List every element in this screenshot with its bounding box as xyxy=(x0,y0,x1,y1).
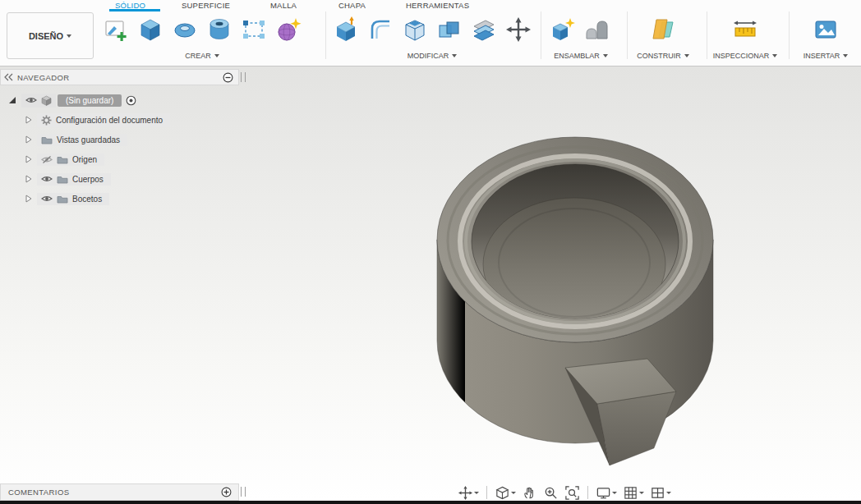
ribbon-toolbar: SÓLIDO SUPERFICIE MALLA CHAPA HERRAMIENT… xyxy=(0,0,861,66)
offset-face-icon[interactable] xyxy=(470,15,498,44)
expander-icon[interactable] xyxy=(25,116,32,124)
expanded-arrow-icon[interactable] xyxy=(8,96,16,104)
fillet-icon[interactable] xyxy=(366,15,394,44)
tree-row-root[interactable]: (Sin guardar) xyxy=(0,90,246,110)
fusion-window: SÓLIDO SUPERFICIE MALLA CHAPA HERRAMIENT… xyxy=(0,0,861,504)
tab-herramientas[interactable]: HERRAMIENTAS xyxy=(406,1,469,10)
group-ensamblar-icons xyxy=(549,15,611,44)
chevron-down-icon xyxy=(666,492,671,494)
chevron-down-icon xyxy=(452,54,457,57)
expander-icon[interactable] xyxy=(25,135,32,144)
navigator-header[interactable]: NAVEGADOR xyxy=(0,69,239,85)
group-modificar[interactable]: MODIFICAR xyxy=(332,52,532,60)
chevron-down-icon xyxy=(772,54,777,57)
move-copy-icon[interactable] xyxy=(504,15,532,44)
expander-icon[interactable] xyxy=(25,175,32,183)
group-insertar[interactable]: INSERTAR xyxy=(780,52,861,60)
fit-icon[interactable] xyxy=(564,483,581,502)
eye-icon[interactable] xyxy=(41,175,53,183)
comments-title: COMENTARIOS xyxy=(1,488,221,497)
group-construir-icons xyxy=(649,15,677,44)
gear-icon xyxy=(41,115,52,126)
comments-scrollbar[interactable] xyxy=(241,487,246,497)
group-inspeccionar-icons xyxy=(731,15,759,44)
tree-item-label: Configuración del documento xyxy=(56,116,163,125)
tab-malla[interactable]: MALLA xyxy=(270,1,297,10)
group-inspeccionar[interactable]: INSPECCIONAR xyxy=(696,52,794,60)
group-construir[interactable]: CONSTRUIR xyxy=(618,52,708,60)
folder-icon xyxy=(41,135,53,144)
orbit-icon[interactable] xyxy=(457,483,480,502)
group-insertar-icons xyxy=(812,15,840,44)
combine-icon[interactable] xyxy=(435,15,463,44)
viewports-icon[interactable] xyxy=(649,483,672,502)
zoom-icon[interactable] xyxy=(542,483,559,502)
chevron-down-icon xyxy=(603,54,608,57)
expander-icon[interactable] xyxy=(25,155,32,163)
chevron-down-icon xyxy=(639,492,644,494)
measure-icon[interactable] xyxy=(731,15,759,44)
tree-item-label: Bocetos xyxy=(72,195,102,204)
toolbar-separator xyxy=(587,486,588,499)
shell-icon[interactable] xyxy=(401,15,429,44)
revolve-icon[interactable] xyxy=(171,15,199,44)
folder-icon xyxy=(57,175,68,184)
collapse-circle-icon[interactable] xyxy=(223,72,233,83)
design-menu-label: DISEÑO xyxy=(29,31,63,41)
insert-image-icon[interactable] xyxy=(812,15,840,44)
chevron-down-icon xyxy=(612,492,617,494)
press-pull-icon[interactable] xyxy=(332,15,360,44)
collapse-panel-icon[interactable] xyxy=(4,73,13,81)
tree-row-origin[interactable]: Origen xyxy=(0,149,246,169)
tree-item-label: Cuerpos xyxy=(72,175,104,184)
tree-row-bodies[interactable]: Cuerpos xyxy=(0,169,246,189)
group-crear[interactable]: CREAR xyxy=(102,52,302,60)
tree-row-sketches[interactable]: Bocetos xyxy=(0,189,246,208)
look-at-icon[interactable] xyxy=(494,483,517,502)
taskbar-edge xyxy=(0,501,861,504)
navigation-bar xyxy=(457,483,672,502)
folder-icon xyxy=(57,195,68,204)
create-sketch-icon[interactable] xyxy=(102,15,130,44)
tab-superficie[interactable]: SUPERFICIE xyxy=(182,1,230,10)
chevron-down-icon xyxy=(843,54,848,57)
chevron-down-icon xyxy=(684,54,689,57)
toolbar-separator xyxy=(486,486,487,499)
eye-icon[interactable] xyxy=(41,195,53,203)
folder-icon xyxy=(57,155,68,164)
rectangular-pattern-icon[interactable] xyxy=(240,15,268,44)
expander-icon[interactable] xyxy=(25,195,32,203)
hole-icon[interactable] xyxy=(205,15,233,44)
tree-row-saved-views[interactable]: Vistas guardadas xyxy=(0,130,246,149)
chevron-down-icon xyxy=(474,492,479,494)
active-tab-underline xyxy=(109,9,160,11)
pan-icon[interactable] xyxy=(521,483,538,502)
construction-plane-icon[interactable] xyxy=(649,15,677,44)
group-ensamblar[interactable]: ENSAMBLAR xyxy=(532,52,629,60)
comments-panel-header[interactable]: COMENTARIOS xyxy=(0,483,239,501)
document-icon xyxy=(41,95,52,106)
tab-chapa[interactable]: CHAPA xyxy=(338,1,366,10)
grid-settings-icon[interactable] xyxy=(622,483,645,502)
tree-item-label: Vistas guardadas xyxy=(57,135,120,144)
eye-icon[interactable] xyxy=(25,96,37,104)
group-separator xyxy=(325,11,326,59)
navigator-scrollbar[interactable] xyxy=(241,72,246,82)
display-settings-icon[interactable] xyxy=(595,483,618,502)
tree-row-document-settings[interactable]: Configuración del documento xyxy=(0,110,246,130)
document-name-chip[interactable]: (Sin guardar) xyxy=(58,94,122,107)
navigator-tree: (Sin guardar) Configuración del document… xyxy=(0,90,246,208)
activate-target-icon[interactable] xyxy=(126,95,136,106)
group-crear-icons xyxy=(102,15,302,44)
create-form-icon[interactable] xyxy=(274,15,302,44)
joint-icon[interactable] xyxy=(583,15,611,44)
chevron-down-icon xyxy=(67,34,71,38)
eye-hidden-icon[interactable] xyxy=(41,155,53,164)
chevron-down-icon xyxy=(214,54,219,57)
navigator-title: NAVEGADOR xyxy=(13,73,223,82)
extrude-icon[interactable] xyxy=(136,15,164,44)
chevron-down-icon xyxy=(511,492,516,494)
new-component-icon[interactable] xyxy=(549,15,577,44)
expand-circle-icon[interactable] xyxy=(221,487,232,497)
design-menu-button[interactable]: DISEÑO xyxy=(7,12,94,59)
